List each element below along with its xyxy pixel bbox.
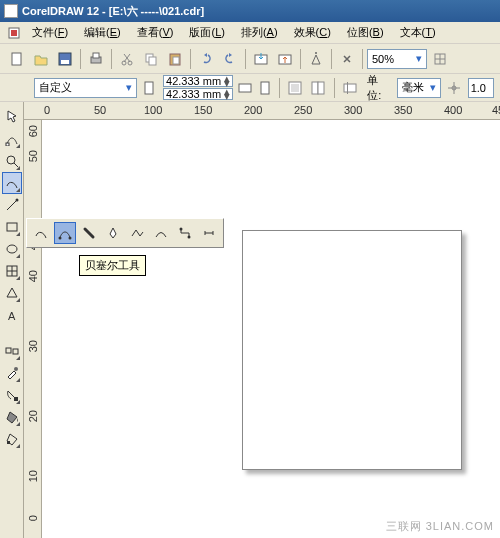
menu-view[interactable]: 查看(V): [131, 23, 180, 42]
svg-text:A: A: [8, 310, 16, 322]
portrait-button[interactable]: [141, 77, 157, 99]
pen-flyout-tool[interactable]: [102, 222, 124, 244]
tool-tooltip: 贝塞尔工具: [79, 255, 146, 276]
title-text: CorelDRAW 12 - [E:\六 -----\021.cdr]: [22, 4, 204, 19]
menu-effects[interactable]: 效果(C): [288, 23, 337, 42]
svg-rect-6: [93, 53, 99, 58]
menubar: 文件(F) 编辑(E) 查看(V) 版面(L) 排列(A) 效果(C) 位图(B…: [0, 22, 500, 44]
svg-point-29: [15, 199, 18, 202]
drawing-canvas[interactable]: [42, 120, 500, 538]
nudge-button[interactable]: [445, 77, 464, 99]
page-preset-select[interactable]: 自定义 ▾: [34, 78, 137, 98]
page-opts-2[interactable]: [309, 77, 328, 99]
pick-tool[interactable]: [2, 106, 22, 128]
spinner-icon: ▴▾: [224, 89, 230, 99]
eyedropper-tool[interactable]: [2, 362, 22, 384]
polyline-flyout-tool[interactable]: [126, 222, 148, 244]
svg-rect-10: [149, 57, 156, 65]
ellipse-tool[interactable]: [2, 238, 22, 260]
unit-select[interactable]: 毫米 ▾: [397, 78, 441, 98]
freehand-tool[interactable]: [2, 172, 22, 194]
save-button[interactable]: [54, 48, 76, 70]
zoom-value: 50%: [372, 53, 394, 65]
svg-point-42: [188, 236, 191, 239]
preset-value: 自定义: [39, 80, 72, 95]
svg-rect-18: [239, 84, 251, 92]
menu-layout[interactable]: 版面(L): [183, 23, 230, 42]
text-tool[interactable]: A: [2, 304, 22, 326]
svg-rect-38: [7, 441, 10, 444]
vertical-ruler[interactable]: 60 50 45 40 30 20 10 0: [24, 120, 42, 538]
watermark: 三联网 3LIAN.COM: [386, 519, 494, 534]
svg-rect-12: [173, 57, 179, 64]
svg-rect-24: [344, 84, 356, 92]
window-menu-icon[interactable]: [8, 27, 22, 39]
svg-rect-35: [13, 349, 18, 354]
interactive-blend-tool[interactable]: [2, 340, 22, 362]
export-button[interactable]: [274, 48, 296, 70]
open-button[interactable]: [30, 48, 52, 70]
menu-bitmap[interactable]: 位图(B): [341, 23, 390, 42]
svg-rect-17: [145, 82, 153, 94]
freehand-flyout-tool[interactable]: [30, 222, 52, 244]
titlebar: CorelDRAW 12 - [E:\六 -----\021.cdr]: [0, 0, 500, 22]
rectangle-tool[interactable]: [2, 216, 22, 238]
fill-tool[interactable]: [2, 406, 22, 428]
unit-value: 毫米: [402, 80, 424, 95]
connector-flyout-tool[interactable]: [174, 222, 196, 244]
svg-rect-19: [261, 82, 269, 94]
svg-rect-1: [11, 30, 17, 36]
paste-button[interactable]: [164, 48, 186, 70]
graph-paper-tool[interactable]: [2, 260, 22, 282]
app-launcher-button[interactable]: [305, 48, 327, 70]
property-bar: 自定义 ▾ 42.333 mm▴▾ 42.333 mm▴▾ 单位: 毫米 ▾ 1…: [0, 74, 500, 102]
canvas-area[interactable]: 0 50 100 150 200 250 300 350 400 450 60 …: [24, 102, 500, 538]
svg-point-15: [315, 52, 317, 54]
svg-rect-23: [318, 82, 324, 94]
shape-tool[interactable]: [2, 128, 22, 150]
menu-arrange[interactable]: 排列(A): [235, 23, 284, 42]
horizontal-ruler[interactable]: 0 50 100 150 200 250 300 350 400 450: [24, 102, 500, 120]
page-opts-1[interactable]: [286, 77, 305, 99]
3point-curve-flyout-tool[interactable]: [150, 222, 172, 244]
orientation-portrait-icon[interactable]: [257, 77, 273, 99]
smart-drawing-tool[interactable]: [2, 194, 22, 216]
svg-rect-4: [61, 60, 69, 64]
outline-tool[interactable]: [2, 384, 22, 406]
redo-button[interactable]: [219, 48, 241, 70]
artistic-media-flyout-tool[interactable]: [78, 222, 100, 244]
svg-rect-25: [347, 82, 348, 94]
basic-shapes-tool[interactable]: [2, 282, 22, 304]
page-height-input[interactable]: 42.333 mm▴▾: [163, 88, 233, 100]
import-button[interactable]: [250, 48, 272, 70]
dimension-flyout-tool[interactable]: [198, 222, 220, 244]
page-width-input[interactable]: 42.333 mm▴▾: [163, 75, 233, 87]
print-button[interactable]: [85, 48, 107, 70]
zoom-tool[interactable]: [2, 150, 22, 172]
svg-rect-21: [291, 84, 299, 92]
standard-toolbar: 50% ▾: [0, 44, 500, 74]
svg-rect-27: [6, 143, 9, 146]
zoom-select[interactable]: 50% ▾: [367, 49, 427, 69]
svg-rect-30: [7, 223, 17, 231]
undo-button[interactable]: [195, 48, 217, 70]
svg-point-41: [180, 228, 183, 231]
interactive-fill-tool[interactable]: [2, 428, 22, 450]
snap-button[interactable]: [429, 48, 451, 70]
menu-text[interactable]: 文本(T): [394, 23, 442, 42]
landscape-button[interactable]: [237, 77, 253, 99]
cut-button[interactable]: [116, 48, 138, 70]
svg-point-28: [7, 156, 15, 164]
svg-point-36: [14, 367, 18, 371]
svg-point-40: [69, 237, 72, 240]
new-button[interactable]: [6, 48, 28, 70]
bezier-flyout-tool[interactable]: [54, 222, 76, 244]
page-boundary: [242, 230, 462, 470]
copy-button[interactable]: [140, 48, 162, 70]
menu-edit[interactable]: 编辑(E): [78, 23, 127, 42]
corel-online-button[interactable]: [336, 48, 358, 70]
page-opts-3[interactable]: [340, 77, 359, 99]
svg-rect-22: [312, 82, 318, 94]
menu-file[interactable]: 文件(F): [26, 23, 74, 42]
nudge-value-input[interactable]: 1.0: [468, 78, 494, 98]
